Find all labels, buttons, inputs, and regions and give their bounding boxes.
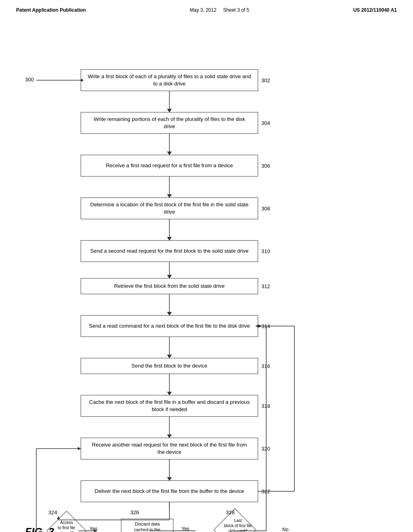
- label-312: 312: [261, 283, 270, 289]
- flow-box-316: Send the first block to the device: [81, 358, 258, 374]
- label-304: 304: [261, 120, 270, 126]
- label-316: 316: [261, 363, 270, 369]
- flow-box-320: Receive another read request for the nex…: [81, 438, 258, 459]
- label-310: 310: [261, 248, 270, 254]
- page-header: Patent Application Publication May 3, 20…: [0, 0, 413, 17]
- header-left: Patent Application Publication: [16, 7, 86, 13]
- flow-box-314: Send a read command for a next block of …: [81, 315, 258, 337]
- no-label-328: No: [282, 527, 288, 532]
- decision-area: Accessto first fileclosed? 324 Discard d…: [24, 513, 327, 532]
- yes-label-328: Yes: [181, 526, 190, 532]
- label-328: 328: [226, 509, 235, 515]
- label-318: 318: [261, 403, 270, 409]
- header-center: May 3, 2012 Sheet 3 of 5: [190, 7, 249, 13]
- discard-box-326: Discard datacached in thebuffer: [121, 519, 173, 532]
- flow-box-318: Cache the next block of the first file i…: [81, 395, 258, 417]
- header-sheet: Sheet 3 of 5: [223, 7, 249, 13]
- label-302: 302: [261, 77, 270, 83]
- header-right: US 2012/110040 A1: [353, 7, 397, 13]
- label-322: 322: [261, 488, 270, 495]
- fig-label: FIG. 3: [25, 526, 54, 532]
- label-326: 326: [130, 509, 139, 515]
- label-314: 314: [261, 323, 270, 329]
- flow-box-310: Send a second read request for the first…: [81, 240, 258, 262]
- label-308: 308: [261, 206, 270, 212]
- flow-box-302: Write a first block of each of a plurali…: [81, 69, 258, 91]
- ref-300-label: 300: [25, 77, 34, 83]
- flow-box-308: Determine a location of the first block …: [81, 197, 258, 219]
- header-date: May 3, 2012: [190, 7, 217, 13]
- flow-box-312: Retrieve the first block from the solid …: [81, 278, 258, 294]
- yes-label-324: Yes: [90, 526, 98, 532]
- label-324: 324: [48, 509, 57, 515]
- label-320: 320: [261, 446, 270, 452]
- label-306: 306: [261, 163, 270, 169]
- flow-box-304: Write remaining portions of each of the …: [81, 112, 258, 134]
- flow-box-306: Receive a first read request for a first…: [81, 155, 258, 177]
- flow-box-322: Deliver the next block of the first file…: [81, 480, 258, 502]
